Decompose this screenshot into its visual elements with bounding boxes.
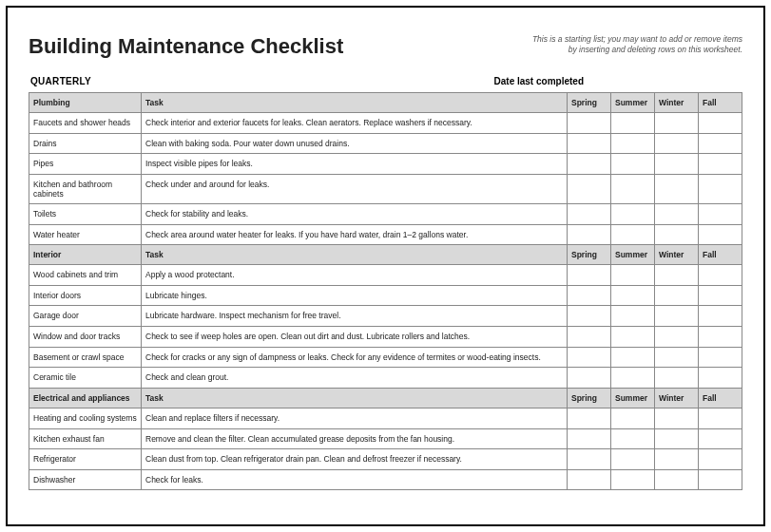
col-winter: Winter — [655, 93, 699, 113]
winter-cell[interactable] — [655, 285, 699, 306]
table-row: Kitchen and bathroom cabinetsCheck under… — [29, 174, 742, 203]
winter-cell[interactable] — [655, 133, 699, 154]
spring-cell[interactable] — [568, 449, 611, 470]
fall-cell[interactable] — [699, 113, 742, 134]
summer-cell[interactable] — [611, 133, 655, 154]
summer-cell[interactable] — [611, 203, 655, 224]
col-summer: Summer — [611, 245, 655, 265]
spring-cell[interactable] — [568, 408, 611, 428]
fall-cell[interactable] — [699, 174, 742, 203]
fall-cell[interactable] — [699, 154, 742, 175]
winter-cell[interactable] — [655, 154, 699, 175]
table-row: ToiletsCheck for stability and leaks. — [29, 203, 742, 224]
summer-cell[interactable] — [611, 449, 655, 470]
col-task: Task — [142, 388, 568, 408]
spring-cell[interactable] — [568, 285, 611, 306]
winter-cell[interactable] — [655, 368, 699, 389]
summer-cell[interactable] — [611, 368, 655, 389]
item-cell: Water heater — [29, 224, 142, 245]
task-cell: Check for cracks or any sign of dampness… — [142, 347, 568, 368]
table-row: Basement or crawl spaceCheck for cracks … — [29, 347, 742, 368]
item-cell: Refrigerator — [29, 449, 142, 470]
spring-cell[interactable] — [568, 368, 611, 389]
summer-cell[interactable] — [611, 469, 655, 490]
winter-cell[interactable] — [655, 306, 699, 327]
col-spring: Spring — [568, 245, 611, 265]
fall-cell[interactable] — [699, 285, 742, 306]
item-cell: Faucets and shower heads — [29, 113, 142, 134]
summer-cell[interactable] — [611, 428, 655, 449]
winter-cell[interactable] — [655, 408, 699, 428]
summer-cell[interactable] — [611, 224, 655, 245]
winter-cell[interactable] — [655, 203, 699, 224]
spring-cell[interactable] — [568, 306, 611, 327]
fall-cell[interactable] — [699, 408, 742, 428]
fall-cell[interactable] — [699, 469, 742, 490]
table-row: Window and door tracksCheck to see if we… — [29, 327, 742, 348]
fall-cell[interactable] — [699, 306, 742, 327]
spring-cell[interactable] — [568, 327, 611, 348]
summer-cell[interactable] — [611, 306, 655, 327]
spring-cell[interactable] — [568, 133, 611, 154]
summer-cell[interactable] — [611, 174, 655, 203]
winter-cell[interactable] — [655, 469, 699, 490]
table-row: Water heaterCheck area around water heat… — [29, 224, 742, 245]
winter-cell[interactable] — [655, 449, 699, 470]
winter-cell[interactable] — [655, 174, 699, 203]
item-cell: Drains — [29, 133, 142, 154]
summer-cell[interactable] — [611, 285, 655, 306]
item-cell: Ceramic tile — [29, 368, 142, 389]
fall-cell[interactable] — [699, 449, 742, 470]
fall-cell[interactable] — [699, 133, 742, 154]
winter-cell[interactable] — [655, 113, 699, 134]
col-fall: Fall — [699, 93, 742, 113]
task-cell: Clean dust from top. Clean refrigerator … — [142, 449, 568, 470]
summer-cell[interactable] — [611, 113, 655, 134]
spring-cell[interactable] — [568, 469, 611, 490]
spring-cell[interactable] — [568, 174, 611, 203]
col-fall: Fall — [699, 388, 742, 408]
section-header-row: PlumbingTaskSpringSummerWinterFall — [29, 93, 742, 113]
fall-cell[interactable] — [699, 224, 742, 245]
table-row: Garage doorLubricate hardware. Inspect m… — [29, 306, 742, 327]
fall-cell[interactable] — [699, 265, 742, 286]
fall-cell[interactable] — [699, 347, 742, 368]
spring-cell[interactable] — [568, 224, 611, 245]
winter-cell[interactable] — [655, 224, 699, 245]
task-cell: Check under and around for leaks. — [142, 174, 568, 203]
winter-cell[interactable] — [655, 265, 699, 286]
summer-cell[interactable] — [611, 154, 655, 175]
fall-cell[interactable] — [699, 203, 742, 224]
spring-cell[interactable] — [568, 347, 611, 368]
spring-cell[interactable] — [568, 265, 611, 286]
summer-cell[interactable] — [611, 408, 655, 428]
spring-cell[interactable] — [568, 154, 611, 175]
fall-cell[interactable] — [699, 327, 742, 348]
winter-cell[interactable] — [655, 327, 699, 348]
winter-cell[interactable] — [655, 428, 699, 449]
task-cell: Check and clean grout. — [142, 368, 568, 389]
summer-cell[interactable] — [611, 265, 655, 286]
task-cell: Lubricate hinges. — [142, 285, 568, 306]
table-row: Ceramic tileCheck and clean grout. — [29, 368, 742, 389]
fall-cell[interactable] — [699, 428, 742, 449]
col-task: Task — [142, 245, 568, 265]
subtitle-line-1: This is a starting list; you may want to… — [532, 34, 742, 44]
summer-cell[interactable] — [611, 327, 655, 348]
task-cell: Remove and clean the filter. Clean accum… — [142, 428, 568, 449]
col-spring: Spring — [568, 388, 611, 408]
winter-cell[interactable] — [655, 347, 699, 368]
spring-cell[interactable] — [568, 113, 611, 134]
spring-cell[interactable] — [568, 428, 611, 449]
page-title: Building Maintenance Checklist — [29, 34, 343, 59]
col-winter: Winter — [655, 245, 699, 265]
item-cell: Dishwasher — [29, 469, 142, 490]
spring-cell[interactable] — [568, 203, 611, 224]
section-header-row: Electrical and appliancesTaskSpringSumme… — [29, 388, 742, 408]
summer-cell[interactable] — [611, 347, 655, 368]
task-cell: Clean with baking soda. Pour water down … — [142, 133, 568, 154]
table-row: DishwasherCheck for leaks. — [29, 469, 742, 490]
col-fall: Fall — [699, 245, 742, 265]
task-cell: Check to see if weep holes are open. Cle… — [142, 327, 568, 348]
fall-cell[interactable] — [699, 368, 742, 389]
